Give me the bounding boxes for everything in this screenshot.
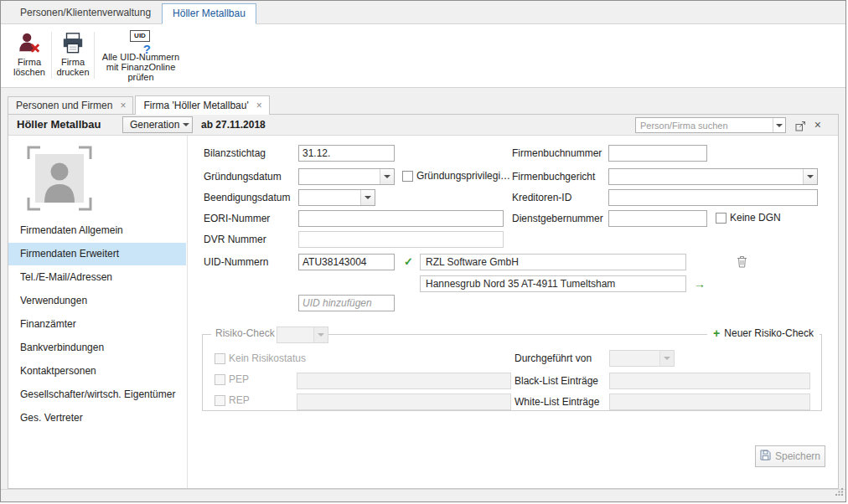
gruendungsprivileg-checkbox[interactable] [402,171,413,182]
delete-person-icon [18,28,41,57]
uid-add-input[interactable] [298,295,395,311]
kein-risikostatus-checkbox [215,353,225,364]
company-title: Höller Metallbau [17,115,101,135]
trash-icon[interactable] [737,255,747,271]
goto-address-arrow-icon[interactable]: → [694,275,706,292]
company-detail-panel: Höller Metallbau Generation ab 27.11.201… [8,114,839,489]
close-tab-icon[interactable]: × [256,100,262,111]
risiko-check-select [277,327,328,343]
check-uid-finanzonline-button[interactable]: UID ? Alle UID-Nummern mit FinanzOnline … [96,28,185,82]
firmenbuchnummer-label: Firmenbuchnummer [512,145,602,162]
eori-input[interactable] [298,210,504,227]
black-list-label: Black-List Einträge [514,373,598,389]
risiko-check-group: Risiko-Check + Neuer Risiko-Check Kein R… [202,334,822,411]
dienstgebernummer-input[interactable] [608,210,707,227]
sidebar-item-finanzaemter[interactable]: Finanzämter [8,313,186,336]
firmenbuchgericht-combo[interactable] [608,168,818,185]
white-list-input [609,393,810,410]
save-button-label: Speichern [775,450,820,462]
white-list-label: White-List Einträge [514,393,599,410]
neuer-risiko-check-label: Neuer Risiko-Check [724,327,814,339]
kreditoren-id-label: Kreditoren-ID [512,189,571,206]
kreditoren-id-input[interactable] [608,189,818,206]
panel-header: Höller Metallbau Generation ab 27.11.201… [8,115,838,136]
rep-input [297,393,511,410]
app-window: Personen/Klientenverwaltung Höller Metal… [0,0,846,502]
pep-input [297,373,511,389]
close-tab-icon[interactable]: × [120,100,126,111]
doc-tab-personen-und-firmen[interactable]: Personen und Firmen × [8,96,133,115]
tab-personen-klientenverwaltung[interactable]: Personen/Klientenverwaltung [9,3,162,23]
ribbon-separator [94,32,95,79]
doc-tab-firma-hoeller-metallbau[interactable]: Firma 'Höller Metallbau' × [135,95,269,115]
sidebar-item-tel-email-adressen[interactable]: Tel./E-Mail/Adressen [8,266,186,289]
sidebar-item-gesellschafter[interactable]: Gesellschafter/wirtsch. Eigentümer [8,383,186,406]
search-dropdown-icon[interactable] [773,118,785,132]
question-mark-icon: ? [143,44,151,54]
firmenbuchgericht-label: Firmenbuchgericht [512,168,595,185]
generation-dropdown-button[interactable]: Generation [122,116,193,133]
company-photo-placeholder[interactable] [27,146,92,214]
uid-address-field: Hannesgrub Nord 35 AT-4911 Tumeltsham [420,275,686,292]
rep-label: REP [229,393,250,408]
dienstgebernummer-label: Dienstgebernummer [512,210,603,227]
generation-valid-from: ab 27.11.2018 [201,115,266,135]
check-uid-finanzonline-label: Alle UID-Nummern mit FinanzOnline prüfen [96,52,185,82]
sidebar: Firmendaten Allgemein Firmendaten Erweit… [8,136,188,488]
uid-valid-check-icon: ✓ [404,255,413,270]
dvr-input[interactable] [298,231,504,248]
gruendungsdatum-datepicker[interactable] [298,168,395,185]
beendigungsdatum-datepicker[interactable] [298,189,375,206]
uid-check-icon: UID ? [130,28,152,52]
pep-label: PEP [229,373,249,387]
bilanzstichtag-input[interactable] [298,145,395,162]
sidebar-item-kontaktpersonen[interactable]: Kontaktpersonen [8,360,186,383]
neuer-risiko-check-link[interactable]: + Neuer Risiko-Check [707,326,820,341]
chevron-down-icon [380,169,394,184]
sidebar-item-ges-vertreter[interactable]: Ges. Vertreter [8,407,186,429]
risiko-check-title: Risiko-Check [211,327,279,339]
chevron-down-icon [803,169,817,184]
sidebar-item-firmendaten-allgemein[interactable]: Firmendaten Allgemein [8,219,186,242]
chevron-down-icon [313,327,328,342]
float-window-icon[interactable] [795,120,806,135]
close-panel-icon[interactable]: × [814,116,821,134]
uid-company-field: RZL Software GmbH [420,254,686,270]
uid-badge-text: UID [130,30,150,42]
chevron-down-icon [179,123,192,126]
print-company-button[interactable]: Firma drucken [54,28,92,82]
printer-icon [61,28,85,57]
resize-grip[interactable] [835,485,844,500]
keine-dgn-checkbox[interactable] [716,213,726,224]
sidebar-item-bankverbindungen[interactable]: Bankverbindungen [8,337,186,359]
gruendungsprivileg-label: Gründungsprivilegi… [416,169,510,183]
generation-label: Generation [123,119,179,131]
plus-icon: + [713,326,720,341]
firmenbuchnummer-input[interactable] [608,145,707,162]
risiko-check-select-value [277,327,313,342]
print-company-label: Firma drucken [54,57,92,77]
durchgefuehrt-von-value [610,351,659,366]
black-list-input [609,373,810,389]
uid-input[interactable] [298,254,395,270]
main-tab-bar: Personen/Klientenverwaltung Höller Metal… [1,1,845,24]
search-input[interactable] [636,118,773,132]
sidebar-item-verwendungen[interactable]: Verwendungen [8,290,186,312]
keine-dgn-label: Keine DGN [730,211,781,225]
tab-hoeller-metallbau[interactable]: Höller Metallbau [162,3,256,24]
toolbar-ribbon: Firma löschen Firma drucken UID ? [1,24,845,88]
firmenbuchgericht-value [609,169,803,184]
uid-label: UID-Nummern [204,254,268,270]
chevron-down-icon [659,351,674,366]
delete-company-label: Firma löschen [8,57,51,77]
durchgefuehrt-von-combo [609,350,675,367]
document-tab-bar: Personen und Firmen × Firma 'Höller Meta… [8,95,270,115]
gruendungsdatum-label: Gründungsdatum [204,168,282,185]
sidebar-item-firmendaten-erweitert[interactable]: Firmendaten Erweitert [8,243,186,265]
ribbon-separator [51,32,52,79]
save-button[interactable]: Speichern [755,445,825,467]
delete-company-button[interactable]: Firma löschen [8,28,51,82]
pep-checkbox [215,374,225,385]
status-bar [1,489,845,501]
chevron-down-icon [360,190,375,205]
